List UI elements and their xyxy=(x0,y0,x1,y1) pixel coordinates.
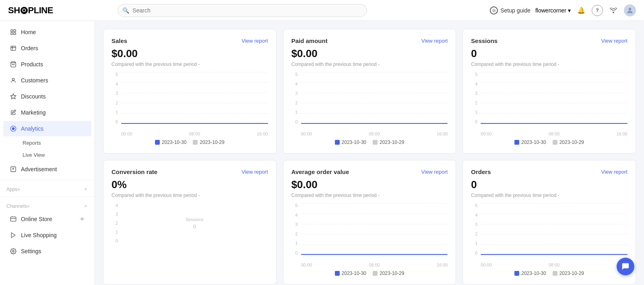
analytics-submenu: Reports Live View xyxy=(0,137,95,161)
marketing-icon xyxy=(10,109,17,116)
wifi-icon xyxy=(608,5,619,16)
online-store-icon xyxy=(10,215,17,223)
card-paid-amount: Paid amount View report $0.00 Compared w… xyxy=(283,29,456,154)
sidebar-item-products[interactable]: Products xyxy=(3,57,91,72)
products-icon xyxy=(10,61,17,68)
sidebar-item-orders[interactable]: Orders xyxy=(3,41,91,56)
eye-icon: 👁 xyxy=(80,216,85,222)
sidebar-item-live-view-label: Live View xyxy=(23,152,45,158)
avatar[interactable] xyxy=(624,4,636,16)
svg-point-6 xyxy=(12,78,14,80)
sidebar-item-products-label: Products xyxy=(21,61,43,68)
channels-label: Channels xyxy=(6,203,27,209)
card-sessions-subtitle: Compared with the previous time period - xyxy=(471,62,627,67)
sidebar-item-settings-label: Settings xyxy=(21,248,41,254)
channels-section[interactable]: Channels > ＋ xyxy=(0,199,95,211)
card-paid-view-report[interactable]: View report xyxy=(421,38,448,44)
sidebar-item-settings[interactable]: Settings xyxy=(3,244,91,259)
main-layout: Home Orders Products Customers Discounts xyxy=(0,21,644,285)
sidebar: Home Orders Products Customers Discounts xyxy=(0,21,95,285)
apps-section[interactable]: Apps > ＋ xyxy=(0,182,95,194)
sidebar-item-online-store-label: Online Store xyxy=(21,216,52,222)
card-orders-chart: 012345 00:0008:0016:00 xyxy=(471,203,627,267)
svg-point-13 xyxy=(12,250,14,252)
svg-rect-4 xyxy=(14,33,16,35)
sidebar-item-marketing[interactable]: Marketing xyxy=(3,105,91,120)
sidebar-item-reports-label: Reports xyxy=(23,140,41,146)
logo: SHOPLINE xyxy=(8,5,53,16)
setup-guide-button[interactable]: ◎ Setup guide xyxy=(490,6,530,14)
cards-grid: Sales View report $0.00 Compared with th… xyxy=(103,29,636,285)
card-conversion-view-report[interactable]: View report xyxy=(242,169,268,175)
svg-rect-5 xyxy=(11,46,16,51)
sidebar-item-discounts[interactable]: Discounts xyxy=(3,89,91,104)
help-icon[interactable]: ? xyxy=(592,5,603,16)
chevron-down-icon: ▾ xyxy=(568,7,571,14)
topbar-right: ◎ Setup guide flowercorner ▾ 🔔 ? xyxy=(490,4,636,16)
card-paid-value: $0.00 xyxy=(291,47,448,60)
card-avg-subtitle: Compared with the previous time period - xyxy=(291,193,448,198)
card-sessions-chart: 012345 00:0008:0016:00 xyxy=(471,72,627,136)
card-sales-subtitle: Compared with the previous time period - xyxy=(111,62,268,67)
card-sessions: Sessions View report 0 Compared with the… xyxy=(462,29,636,154)
card-paid-subtitle: Compared with the previous time period - xyxy=(291,62,448,67)
sidebar-item-marketing-label: Marketing xyxy=(21,109,45,116)
card-avg-value: $0.00 xyxy=(291,178,448,191)
analytics-icon xyxy=(10,125,17,132)
sidebar-item-online-store[interactable]: Online Store 👁 xyxy=(3,211,91,227)
svg-marker-12 xyxy=(11,233,15,238)
card-sales: Sales View report $0.00 Compared with th… xyxy=(103,29,277,154)
card-conversion-rate: Conversion rate View report 0% Compared … xyxy=(103,160,277,285)
sidebar-item-analytics-label: Analytics xyxy=(21,125,43,132)
search-input[interactable] xyxy=(118,4,367,17)
card-sessions-title: Sessions xyxy=(471,37,497,44)
card-sales-view-report[interactable]: View report xyxy=(242,38,268,44)
chat-button[interactable] xyxy=(617,258,634,275)
card-conversion-chart: Sessions 0 01234 xyxy=(111,203,268,255)
card-orders-title: Orders xyxy=(471,168,491,175)
home-icon xyxy=(10,29,17,36)
sidebar-item-customers-label: Customers xyxy=(21,77,48,84)
card-sales-title: Sales xyxy=(111,37,127,44)
card-sessions-legend: 2023-10-30 2023-10-29 xyxy=(471,139,627,145)
sidebar-item-discounts-label: Discounts xyxy=(21,93,45,100)
sidebar-item-orders-label: Orders xyxy=(21,45,38,51)
card-conversion-subtitle: Compared with the previous time period - xyxy=(111,193,268,198)
sidebar-item-live-shopping-label: Live Shopping xyxy=(21,232,57,238)
svg-rect-1 xyxy=(11,30,13,32)
setup-guide-label: Setup guide xyxy=(500,7,530,14)
sidebar-item-advertisement[interactable]: Advertisement xyxy=(3,162,91,177)
card-paid-title: Paid amount xyxy=(291,37,328,44)
sidebar-item-customers[interactable]: Customers xyxy=(3,73,91,88)
sidebar-item-live-shopping[interactable]: Live Shopping xyxy=(3,228,91,243)
sidebar-item-advertisement-label: Advertisement xyxy=(21,166,57,172)
card-orders-subtitle: Compared with the previous time period - xyxy=(471,193,627,198)
card-avg-legend: 2023-10-30 2023-10-29 xyxy=(291,271,448,276)
settings-icon xyxy=(10,248,17,255)
card-sessions-view-report[interactable]: View report xyxy=(601,38,627,44)
sidebar-item-reports[interactable]: Reports xyxy=(18,137,91,149)
sidebar-item-live-view[interactable]: Live View xyxy=(18,149,91,161)
channels-add-icon[interactable]: ＋ xyxy=(83,203,88,209)
card-avg-view-report[interactable]: View report xyxy=(421,169,448,175)
setup-guide-icon: ◎ xyxy=(490,6,498,14)
bell-icon[interactable]: 🔔 xyxy=(576,5,587,16)
svg-rect-11 xyxy=(10,217,16,221)
svg-point-0 xyxy=(629,8,632,10)
sidebar-item-home[interactable]: Home xyxy=(3,25,91,40)
discounts-icon xyxy=(10,93,17,100)
apps-add-icon[interactable]: ＋ xyxy=(83,186,88,193)
card-orders: Orders View report 0 Compared with the p… xyxy=(462,160,636,285)
card-sales-value: $0.00 xyxy=(111,47,268,60)
card-avg-order: Average order value View report $0.00 Co… xyxy=(283,160,456,285)
sidebar-item-analytics[interactable]: Analytics xyxy=(3,121,91,136)
card-avg-title: Average order value xyxy=(291,168,349,175)
card-orders-view-report[interactable]: View report xyxy=(601,169,627,175)
store-name: flowercorner xyxy=(535,7,566,14)
store-selector[interactable]: flowercorner ▾ xyxy=(535,7,571,14)
svg-rect-2 xyxy=(14,30,16,32)
svg-point-9 xyxy=(12,127,14,129)
apps-label: Apps xyxy=(6,187,17,192)
topbar: SHOPLINE 🔍 ◎ Setup guide flowercorner ▾ … xyxy=(0,0,644,21)
card-conversion-value: 0% xyxy=(111,178,268,191)
